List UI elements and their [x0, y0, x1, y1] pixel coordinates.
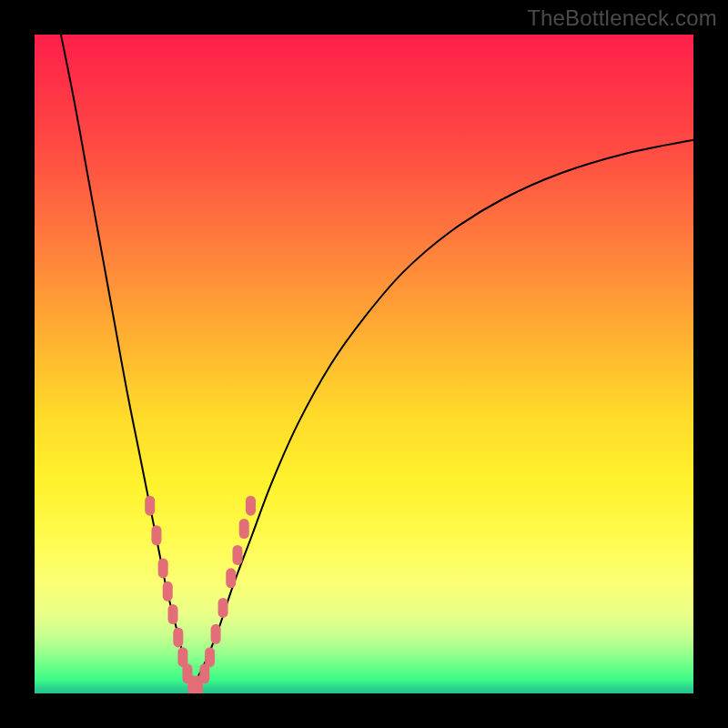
trough-markers [145, 496, 256, 693]
left-branch-curve [61, 35, 193, 687]
plot-area [35, 35, 693, 693]
trough-marker [163, 581, 173, 602]
trough-marker [239, 519, 249, 539]
trough-marker [173, 627, 183, 647]
trough-marker [211, 624, 221, 644]
chart-frame: TheBottleneck.com [0, 0, 728, 728]
chart-svg [35, 35, 693, 693]
trough-marker [232, 545, 242, 565]
watermark-text: TheBottleneck.com [527, 5, 717, 31]
trough-marker [168, 604, 178, 624]
trough-marker [205, 647, 215, 667]
trough-marker [226, 568, 236, 588]
right-branch-curve [193, 140, 693, 687]
trough-marker [246, 496, 256, 516]
trough-marker [151, 525, 161, 545]
trough-marker [218, 598, 228, 618]
trough-marker [145, 496, 155, 516]
trough-marker [158, 558, 168, 578]
